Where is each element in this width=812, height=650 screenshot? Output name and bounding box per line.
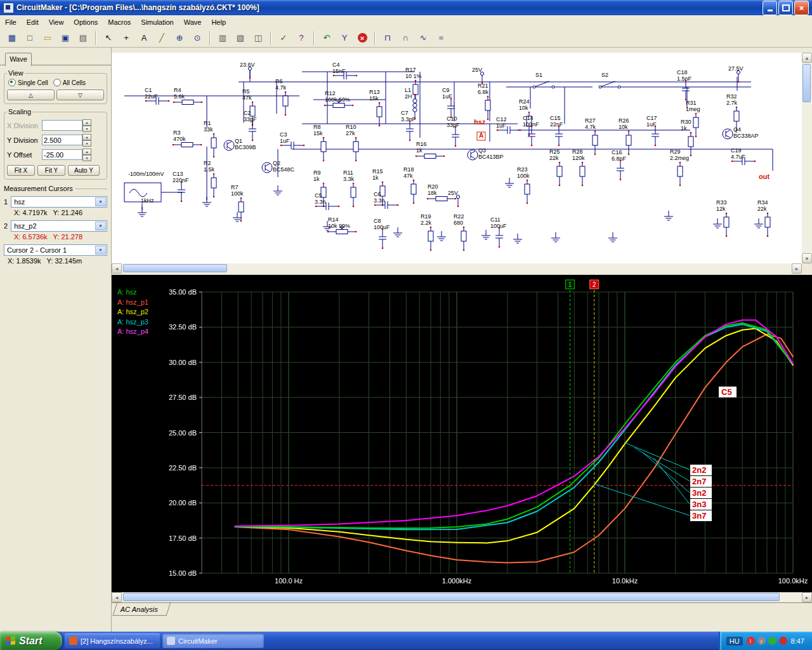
component-label-q1[interactable]: Q1BC309B [235,138,256,150]
component-label-r6[interactable]: R64.7k [275,78,286,91]
component-label-r11[interactable]: R113.3k [343,169,354,182]
schematic-vscrollbar[interactable]: ▲▼ [802,53,812,263]
component-label-r20[interactable]: R2018k [428,183,438,196]
text-tool-button[interactable]: A [136,30,152,46]
compare-button[interactable]: ◫ [250,30,266,46]
open-button[interactable]: ▭ [39,30,56,46]
language-indicator[interactable]: HU [726,637,743,646]
menu-view[interactable]: View [44,17,69,28]
wire-tool-button[interactable]: + [118,30,134,46]
close-button[interactable]: × [794,1,809,15]
y-offset-input[interactable] [42,149,82,160]
menu-wave[interactable]: Wave [179,17,207,28]
component-label-c14[interactable]: C14100nF [523,115,539,128]
restore-button[interactable] [778,1,793,15]
mixed-wave-button[interactable]: ≈ [433,30,449,46]
scrollbar-thumb[interactable] [123,264,227,272]
net-label-out[interactable]: out [759,173,769,180]
alert-shield-icon[interactable]: ! [747,637,755,645]
component-label-q4[interactable]: Q4BC338AP [733,126,759,139]
chevron-down-icon[interactable]: ▼ [95,222,106,230]
scroll-left-button[interactable]: ◄ [112,263,122,274]
component-label-r29[interactable]: R292.2meg [670,149,689,161]
radio-all-cells[interactable]: All Cells [53,79,86,86]
scroll-right-button[interactable]: ► [792,263,802,274]
scroll-down-button[interactable]: ▼ [802,253,812,263]
component-label-q3[interactable]: Q3BC413BP [478,147,504,160]
component-label-r3[interactable]: R3470k [173,129,186,142]
minimize-button[interactable] [763,1,777,15]
fit-x-button[interactable]: Fit X [7,165,35,176]
chevron-down-icon[interactable]: ▼ [95,246,106,255]
component-label-r22[interactable]: R22680 [454,213,464,226]
datasheet-button[interactable]: ▧ [232,30,249,46]
component-label-r13[interactable]: R1315k [369,89,380,102]
status-icon[interactable] [768,637,776,645]
schematic-canvas[interactable]: 23.6VC122uFR45.6kR547kR64.7kC415nFR12100… [112,53,802,263]
component-label-c17[interactable]: C171uF [646,115,657,128]
y-offset-spinner[interactable]: ▲▼ [82,149,91,161]
component-label-c12[interactable]: C121uF [496,116,507,129]
component-label-c15[interactable]: C1522nF [550,115,563,128]
scroll-right-button[interactable]: ► [802,592,812,602]
scrollbar-thumb[interactable] [802,64,811,102]
zoom-in-button[interactable]: ⊕ [171,30,188,46]
network-icon[interactable] [779,637,787,645]
menu-macros[interactable]: Macros [103,17,136,28]
y-division-spinner[interactable]: ▲▼ [82,134,91,146]
tab-ac-analysis[interactable]: AC Analysis [113,603,171,616]
radio-single-cell[interactable]: Single Cell [8,79,48,86]
analog-wave-button[interactable]: ∿ [415,30,431,46]
component-label-c5[interactable]: C53.3n [315,192,326,205]
taskbar-task-circuitmaker[interactable]: CircuitMaker [162,633,264,648]
curs2-signal-combo[interactable]: hsz_p2 ▼ [11,220,107,232]
menu-options[interactable]: Options [69,17,103,28]
spin-down-icon[interactable]: ▼ [82,140,91,147]
component-label-c4[interactable]: C415nF [332,62,346,74]
probe-tool-button[interactable]: ╱ [154,30,170,46]
component-label-c11[interactable]: C11100uF [490,216,507,229]
component-label-r26[interactable]: R2610k [619,117,629,130]
component-label-r21[interactable]: R216.8k [478,83,488,95]
cell-down-button[interactable]: ▽ [56,90,104,100]
cursor-diff-combo[interactable]: Cursor 2 - Cursor 1 ▼ [4,244,107,256]
spin-down-icon[interactable]: ▼ [82,155,91,161]
scrollbar-thumb[interactable] [123,593,780,601]
y-division-input[interactable] [42,135,82,145]
menu-help[interactable]: Help [206,17,231,28]
component-label-l1[interactable]: L12H [405,87,412,100]
component-label-s1[interactable]: S1 [535,72,542,78]
component-label-r34[interactable]: R3422k [757,199,768,212]
zoom-button[interactable]: ⊙ [189,30,206,46]
titlebar[interactable]: CircuitMaker - [C:\Program Files\...\han… [0,0,812,15]
start-button[interactable]: Start [0,632,62,650]
spin-up-icon[interactable]: ▲ [82,134,91,140]
component-label-r16[interactable]: R161k [416,141,427,154]
component-label-r2[interactable]: R21.5k [204,160,214,173]
component-label-1khz[interactable]: 1kHz [141,197,154,204]
component-label-25v[interactable]: 25V [448,190,458,196]
component-label-r24[interactable]: R2410k [519,98,530,111]
undo-button[interactable]: ↶ [318,30,335,46]
cursor1-signal-combo[interactable]: hsz ▼ [11,196,107,208]
menu-simulation[interactable]: Simulation [136,17,178,28]
arrow-tool-button[interactable]: ↖ [100,30,117,46]
digital-wave-button[interactable]: ⊓ [379,30,396,46]
cell-up-button[interactable]: △ [7,90,55,100]
component-label-c9[interactable]: C91uF [442,87,452,100]
component-label-r15[interactable]: R151k [372,168,383,181]
component-label-r10[interactable]: R1027k [346,124,357,136]
component-label--100m-100mv[interactable]: -100m/100mV [128,171,164,177]
component-label-23-6v[interactable]: 23.6V [240,62,255,68]
component-label-c2[interactable]: C233pF [244,110,257,123]
waveform-plot[interactable]: 35.00 dB32.50 dB30.00 dB27.50 dB25.00 dB… [112,275,812,592]
component-label-r30[interactable]: R301k [681,119,691,131]
scrollbar-track[interactable] [802,63,812,253]
scrollbar-track[interactable] [122,263,792,274]
component-label-r8[interactable]: R815k [313,124,323,136]
component-label-r1[interactable]: R133k [204,120,213,133]
menu-edit[interactable]: Edit [22,17,44,28]
scroll-up-button[interactable]: ▲ [802,53,812,63]
save-button[interactable]: ▣ [57,30,74,46]
volume-icon[interactable]: ♪ [757,637,766,645]
